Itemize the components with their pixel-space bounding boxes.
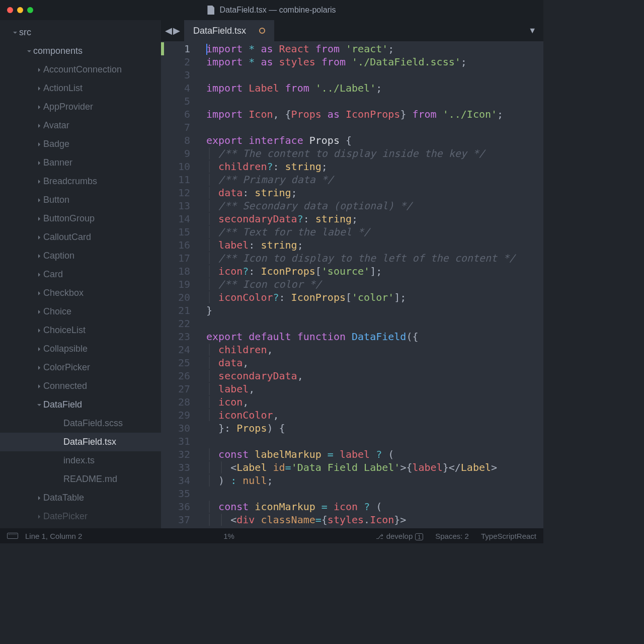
tree-label: ActionList (43, 83, 83, 94)
tree-label: CalloutCard (43, 232, 91, 243)
tree-label: DatePicker (43, 511, 88, 522)
file-icon (207, 6, 214, 15)
tree-label: Connected (43, 381, 87, 391)
tree-label: Caption (43, 251, 74, 261)
tree-folder-components[interactable]: components (0, 42, 161, 60)
chevron-right-icon (35, 105, 43, 110)
chevron-right-icon (35, 365, 43, 370)
dirty-indicator-icon (259, 28, 265, 34)
window-title: DataField.tsx — combine-polaris (0, 6, 543, 15)
indent-setting[interactable]: Spaces: 2 (435, 532, 469, 540)
tree-label: src (19, 27, 31, 38)
git-diff-marker (161, 42, 164, 55)
editor-window: DataField.tsx — combine-polaris src comp… (0, 0, 543, 543)
tree-label: DataField.tsx (63, 437, 116, 447)
tree-label: Banner (43, 157, 72, 168)
tree-item[interactable]: CalloutCard (0, 228, 161, 247)
tree-label: Checkbox (43, 288, 84, 298)
tree-label: Button (43, 195, 69, 205)
chevron-right-icon (35, 123, 43, 128)
keyboard-icon[interactable] (7, 533, 18, 539)
titlebar: DataField.tsx — combine-polaris (0, 0, 543, 20)
traffic-lights (7, 7, 33, 13)
tree-item[interactable]: ChoiceList (0, 321, 161, 340)
tree-label: ColorPicker (43, 362, 90, 373)
tree-item[interactable]: ActionList (0, 79, 161, 98)
nav-forward-icon[interactable]: ▶ (173, 25, 180, 36)
git-branch[interactable]: develop1 (376, 532, 424, 540)
tree-item[interactable]: Breadcrumbs (0, 172, 161, 191)
tree-folder-src[interactable]: src (0, 23, 161, 42)
editor-pane: ◀ ▶ DataField.tsx ▼ 12345678910111213141… (161, 20, 543, 528)
chevron-right-icon (35, 235, 43, 240)
tree-label: AppProvider (43, 102, 93, 112)
code-editor[interactable]: 1234567891011121314151617181920212223242… (161, 41, 543, 528)
tree-item[interactable]: Collapsible (0, 340, 161, 358)
tree-item[interactable]: Caption (0, 247, 161, 265)
tree-item[interactable]: Banner (0, 153, 161, 172)
chevron-down-icon (25, 49, 33, 54)
tree-file[interactable]: README.md (0, 470, 161, 489)
chevron-right-icon (35, 142, 43, 147)
tree-label: README.md (63, 474, 117, 485)
tree-folder-datafield[interactable]: DataField (0, 395, 161, 414)
tree-label: Card (43, 269, 63, 280)
window-title-text: DataField.tsx — combine-polaris (219, 6, 336, 15)
chevron-down-icon (35, 403, 43, 408)
tree-label: Choice (43, 306, 71, 317)
tree-item[interactable]: AppProvider (0, 98, 161, 116)
tree-item[interactable]: Badge (0, 135, 161, 153)
git-branch-icon (376, 532, 386, 540)
chevron-right-icon (35, 384, 43, 389)
tree-label: Collapsible (43, 344, 88, 354)
tree-label: index.ts (63, 455, 95, 466)
close-button[interactable] (7, 7, 13, 13)
tab-menu-icon[interactable]: ▼ (528, 26, 536, 35)
chevron-right-icon (35, 328, 43, 333)
chevron-down-icon (11, 30, 19, 35)
tree-file[interactable]: DataField.scss (0, 414, 161, 433)
tree-item[interactable]: Checkbox (0, 284, 161, 302)
scroll-percent: 1% (223, 532, 234, 540)
tree-item[interactable]: ButtonGroup (0, 209, 161, 228)
tree-item[interactable]: Card (0, 265, 161, 284)
chevron-right-icon (35, 67, 43, 72)
chevron-right-icon (35, 86, 43, 91)
chevron-right-icon (35, 272, 43, 277)
chevron-right-icon (35, 347, 43, 352)
tree-item[interactable]: Button (0, 191, 161, 209)
tree-label: components (33, 46, 83, 56)
tree-item[interactable]: Avatar (0, 116, 161, 135)
maximize-button[interactable] (27, 7, 33, 13)
tree-label: ButtonGroup (43, 213, 95, 224)
line-gutter: 1234567891011121314151617181920212223242… (161, 41, 200, 528)
language-mode[interactable]: TypeScriptReact (481, 532, 536, 540)
tree-label: Avatar (43, 120, 69, 131)
tab-label: DataField.tsx (193, 26, 246, 36)
tree-item[interactable]: Choice (0, 302, 161, 321)
cursor-position[interactable]: Line 1, Column 2 (25, 532, 82, 540)
tree-item[interactable]: Connected (0, 377, 161, 395)
code-content[interactable]: import * as React from 'react';import * … (200, 41, 515, 528)
minimize-button[interactable] (17, 7, 23, 13)
tree-label: AccountConnection (43, 64, 122, 75)
tree-file[interactable]: DataField.tsx (0, 433, 161, 451)
tree-label: DataTable (43, 493, 84, 503)
nav-back-icon[interactable]: ◀ (165, 25, 172, 36)
tree-label: ChoiceList (43, 325, 86, 336)
tree-label: DataField.scss (63, 418, 123, 429)
tree-item[interactable]: DataTable (0, 489, 161, 507)
chevron-right-icon (35, 309, 43, 314)
tree-file[interactable]: index.ts (0, 451, 161, 470)
tree-label: DataField (43, 399, 82, 410)
file-tree[interactable]: src components AccountConnectionActionLi… (0, 20, 161, 528)
tab-active[interactable]: DataField.tsx (184, 20, 274, 41)
tree-item[interactable]: AccountConnection (0, 60, 161, 79)
chevron-right-icon (35, 291, 43, 296)
chevron-right-icon (35, 179, 43, 184)
tab-bar: ◀ ▶ DataField.tsx ▼ (161, 20, 543, 41)
branch-badge: 1 (415, 533, 423, 540)
tree-item[interactable]: ColorPicker (0, 358, 161, 377)
tree-item[interactable]: DatePicker (0, 507, 161, 526)
chevron-right-icon (35, 514, 43, 519)
